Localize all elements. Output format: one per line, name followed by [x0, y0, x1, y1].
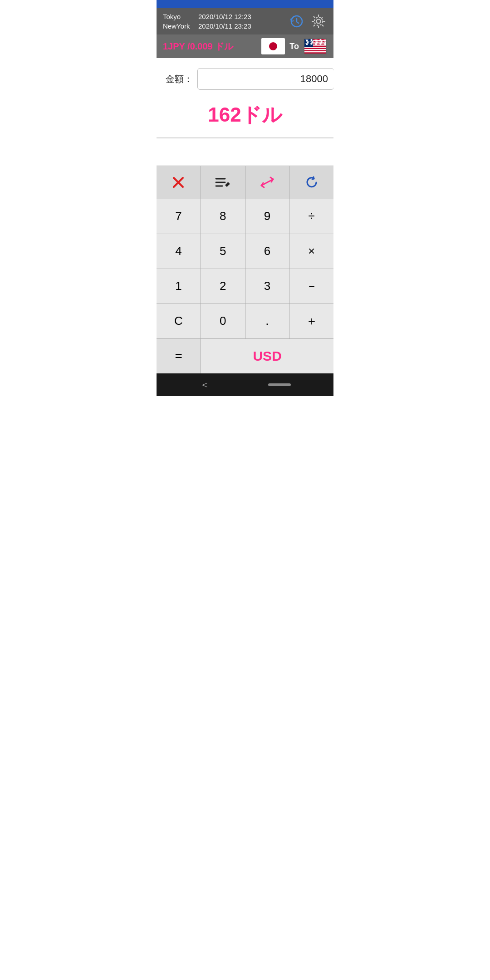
svg-point-4 [269, 42, 277, 50]
rate-text: 1JPY /0.009 ドル [163, 40, 257, 53]
keyboard: 7 8 9 ÷ 4 5 6 × 1 2 3 － C 0 . ＋ = USD [157, 166, 333, 373]
key-2[interactable]: 2 [201, 269, 245, 304]
newyork-datetime: 2020/10/11 23:23 [198, 22, 251, 30]
svg-point-1 [317, 20, 321, 24]
key-5[interactable]: 5 [201, 234, 245, 269]
key-1[interactable]: 1 [157, 269, 201, 304]
key-dot[interactable]: . [245, 304, 290, 338]
tokyo-datetime: 2020/10/12 12:23 [198, 13, 251, 20]
home-indicator[interactable] [268, 383, 291, 386]
key-usd[interactable]: USD [201, 339, 333, 373]
svg-rect-13 [304, 47, 326, 48]
from-flag-japan[interactable] [261, 38, 285, 54]
history-icon[interactable] [288, 13, 305, 30]
key-equals[interactable]: = [157, 339, 201, 373]
status-bar [157, 0, 333, 8]
key-refresh[interactable] [289, 166, 333, 199]
svg-rect-18 [304, 53, 326, 54]
key-0[interactable]: 0 [201, 304, 245, 338]
svg-rect-17 [304, 51, 326, 52]
svg-rect-15 [304, 49, 326, 50]
header-icons [288, 13, 327, 30]
settings-icon[interactable] [310, 13, 327, 30]
key-swap[interactable] [245, 166, 290, 199]
svg-rect-14 [304, 48, 326, 49]
input-section: 金額： JPY [157, 58, 333, 94]
keyboard-row-c0dot: C 0 . ＋ [157, 304, 333, 338]
newyork-time-row: NewYork 2020/10/11 23:23 [163, 22, 251, 30]
key-c[interactable]: C [157, 304, 201, 338]
keyboard-row-456: 4 5 6 × [157, 234, 333, 269]
amount-label: 金額： [166, 73, 193, 85]
key-3[interactable]: 3 [245, 269, 290, 304]
key-4[interactable]: 4 [157, 234, 201, 269]
header: Tokyo 2020/10/12 12:23 NewYork 2020/10/1… [157, 8, 333, 34]
key-edit[interactable] [201, 166, 245, 199]
result-value: 162ドル [208, 103, 282, 126]
key-add[interactable]: ＋ [289, 304, 333, 338]
back-button[interactable]: ＜ [200, 378, 210, 392]
tokyo-city: Tokyo [163, 13, 194, 20]
key-8[interactable]: 8 [201, 199, 245, 234]
rate-bar: 1JPY /0.009 ドル To ★ [157, 34, 333, 58]
key-subtract[interactable]: － [289, 269, 333, 304]
amount-input[interactable] [197, 68, 333, 90]
keyboard-bottom-row: = USD [157, 338, 333, 373]
keyboard-row-123: 1 2 3 － [157, 269, 333, 304]
key-clear[interactable] [157, 166, 201, 199]
to-flag-usa[interactable]: ★★★★★★ ★★★★★ ★★★★★★ [304, 38, 327, 54]
key-9[interactable]: 9 [245, 199, 290, 234]
key-7[interactable]: 7 [157, 199, 201, 234]
keyboard-row-789: 7 8 9 ÷ [157, 199, 333, 234]
spacer [157, 138, 333, 166]
tokyo-time-row: Tokyo 2020/10/12 12:23 [163, 13, 251, 20]
svg-rect-16 [304, 50, 326, 51]
header-times: Tokyo 2020/10/12 12:23 NewYork 2020/10/1… [163, 13, 251, 30]
keyboard-special-row [157, 166, 333, 199]
key-6[interactable]: 6 [245, 234, 290, 269]
svg-text:★★★★★★: ★★★★★★ [305, 39, 326, 43]
result-section: 162ドル [157, 94, 333, 137]
key-divide[interactable]: ÷ [289, 199, 333, 234]
to-label: To [289, 42, 299, 51]
newyork-city: NewYork [163, 22, 194, 30]
key-multiply[interactable]: × [289, 234, 333, 269]
navigation-bar: ＜ [157, 373, 333, 396]
